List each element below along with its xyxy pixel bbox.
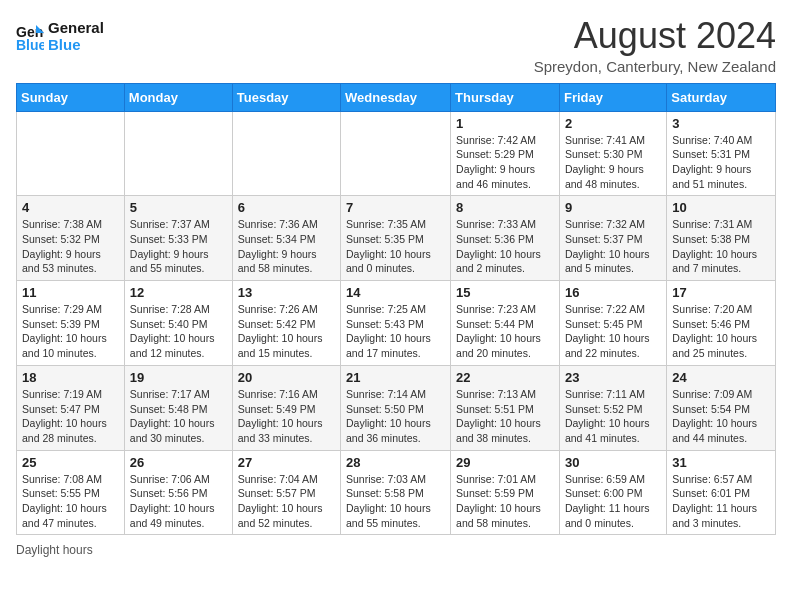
day-number: 21 bbox=[346, 370, 445, 385]
day-number: 27 bbox=[238, 455, 335, 470]
day-info: Sunrise: 7:11 AM Sunset: 5:52 PM Dayligh… bbox=[565, 387, 661, 446]
calendar-cell: 30Sunrise: 6:59 AM Sunset: 6:00 PM Dayli… bbox=[559, 450, 666, 535]
logo-blue: Blue bbox=[48, 37, 104, 54]
day-number: 15 bbox=[456, 285, 554, 300]
svg-text:Blue: Blue bbox=[16, 37, 44, 51]
page-title: August 2024 bbox=[534, 16, 776, 56]
day-info: Sunrise: 7:36 AM Sunset: 5:34 PM Dayligh… bbox=[238, 217, 335, 276]
calendar-week-row: 1Sunrise: 7:42 AM Sunset: 5:29 PM Daylig… bbox=[17, 111, 776, 196]
calendar-cell: 4Sunrise: 7:38 AM Sunset: 5:32 PM Daylig… bbox=[17, 196, 125, 281]
day-number: 26 bbox=[130, 455, 227, 470]
calendar-cell bbox=[341, 111, 451, 196]
calendar-cell bbox=[232, 111, 340, 196]
calendar-week-row: 18Sunrise: 7:19 AM Sunset: 5:47 PM Dayli… bbox=[17, 365, 776, 450]
day-info: Sunrise: 7:25 AM Sunset: 5:43 PM Dayligh… bbox=[346, 302, 445, 361]
day-info: Sunrise: 7:04 AM Sunset: 5:57 PM Dayligh… bbox=[238, 472, 335, 531]
calendar-table: SundayMondayTuesdayWednesdayThursdayFrid… bbox=[16, 83, 776, 536]
day-info: Sunrise: 7:37 AM Sunset: 5:33 PM Dayligh… bbox=[130, 217, 227, 276]
title-area: August 2024 Spreydon, Canterbury, New Ze… bbox=[534, 16, 776, 75]
day-number: 31 bbox=[672, 455, 770, 470]
day-info: Sunrise: 7:41 AM Sunset: 5:30 PM Dayligh… bbox=[565, 133, 661, 192]
day-number: 1 bbox=[456, 116, 554, 131]
day-number: 12 bbox=[130, 285, 227, 300]
day-info: Sunrise: 7:09 AM Sunset: 5:54 PM Dayligh… bbox=[672, 387, 770, 446]
day-info: Sunrise: 6:57 AM Sunset: 6:01 PM Dayligh… bbox=[672, 472, 770, 531]
logo-general: General bbox=[48, 20, 104, 37]
day-info: Sunrise: 7:32 AM Sunset: 5:37 PM Dayligh… bbox=[565, 217, 661, 276]
calendar-day-header: Wednesday bbox=[341, 83, 451, 111]
calendar-cell: 23Sunrise: 7:11 AM Sunset: 5:52 PM Dayli… bbox=[559, 365, 666, 450]
calendar-cell: 12Sunrise: 7:28 AM Sunset: 5:40 PM Dayli… bbox=[124, 281, 232, 366]
calendar-cell: 25Sunrise: 7:08 AM Sunset: 5:55 PM Dayli… bbox=[17, 450, 125, 535]
day-number: 11 bbox=[22, 285, 119, 300]
day-info: Sunrise: 7:08 AM Sunset: 5:55 PM Dayligh… bbox=[22, 472, 119, 531]
calendar-day-header: Tuesday bbox=[232, 83, 340, 111]
calendar-cell: 16Sunrise: 7:22 AM Sunset: 5:45 PM Dayli… bbox=[559, 281, 666, 366]
day-info: Sunrise: 7:38 AM Sunset: 5:32 PM Dayligh… bbox=[22, 217, 119, 276]
calendar-cell: 3Sunrise: 7:40 AM Sunset: 5:31 PM Daylig… bbox=[667, 111, 776, 196]
day-number: 24 bbox=[672, 370, 770, 385]
day-number: 28 bbox=[346, 455, 445, 470]
day-number: 4 bbox=[22, 200, 119, 215]
day-number: 18 bbox=[22, 370, 119, 385]
calendar-cell: 2Sunrise: 7:41 AM Sunset: 5:30 PM Daylig… bbox=[559, 111, 666, 196]
day-info: Sunrise: 7:31 AM Sunset: 5:38 PM Dayligh… bbox=[672, 217, 770, 276]
calendar-cell: 24Sunrise: 7:09 AM Sunset: 5:54 PM Dayli… bbox=[667, 365, 776, 450]
calendar-cell: 19Sunrise: 7:17 AM Sunset: 5:48 PM Dayli… bbox=[124, 365, 232, 450]
day-info: Sunrise: 7:14 AM Sunset: 5:50 PM Dayligh… bbox=[346, 387, 445, 446]
day-number: 9 bbox=[565, 200, 661, 215]
header: General Blue General Blue August 2024 Sp… bbox=[16, 16, 776, 75]
calendar-day-header: Monday bbox=[124, 83, 232, 111]
day-info: Sunrise: 7:42 AM Sunset: 5:29 PM Dayligh… bbox=[456, 133, 554, 192]
day-info: Sunrise: 7:22 AM Sunset: 5:45 PM Dayligh… bbox=[565, 302, 661, 361]
calendar-cell: 7Sunrise: 7:35 AM Sunset: 5:35 PM Daylig… bbox=[341, 196, 451, 281]
day-number: 13 bbox=[238, 285, 335, 300]
logo-icon: General Blue bbox=[16, 23, 44, 51]
day-number: 10 bbox=[672, 200, 770, 215]
day-info: Sunrise: 7:20 AM Sunset: 5:46 PM Dayligh… bbox=[672, 302, 770, 361]
day-number: 19 bbox=[130, 370, 227, 385]
day-number: 5 bbox=[130, 200, 227, 215]
day-info: Sunrise: 6:59 AM Sunset: 6:00 PM Dayligh… bbox=[565, 472, 661, 531]
calendar-cell: 13Sunrise: 7:26 AM Sunset: 5:42 PM Dayli… bbox=[232, 281, 340, 366]
calendar-day-header: Saturday bbox=[667, 83, 776, 111]
day-info: Sunrise: 7:26 AM Sunset: 5:42 PM Dayligh… bbox=[238, 302, 335, 361]
day-number: 3 bbox=[672, 116, 770, 131]
calendar-cell: 1Sunrise: 7:42 AM Sunset: 5:29 PM Daylig… bbox=[451, 111, 560, 196]
day-info: Sunrise: 7:13 AM Sunset: 5:51 PM Dayligh… bbox=[456, 387, 554, 446]
day-info: Sunrise: 7:06 AM Sunset: 5:56 PM Dayligh… bbox=[130, 472, 227, 531]
calendar-cell: 9Sunrise: 7:32 AM Sunset: 5:37 PM Daylig… bbox=[559, 196, 666, 281]
day-number: 7 bbox=[346, 200, 445, 215]
day-info: Sunrise: 7:01 AM Sunset: 5:59 PM Dayligh… bbox=[456, 472, 554, 531]
day-info: Sunrise: 7:28 AM Sunset: 5:40 PM Dayligh… bbox=[130, 302, 227, 361]
day-info: Sunrise: 7:16 AM Sunset: 5:49 PM Dayligh… bbox=[238, 387, 335, 446]
calendar-cell: 18Sunrise: 7:19 AM Sunset: 5:47 PM Dayli… bbox=[17, 365, 125, 450]
calendar-cell: 29Sunrise: 7:01 AM Sunset: 5:59 PM Dayli… bbox=[451, 450, 560, 535]
calendar-cell: 10Sunrise: 7:31 AM Sunset: 5:38 PM Dayli… bbox=[667, 196, 776, 281]
day-info: Sunrise: 7:29 AM Sunset: 5:39 PM Dayligh… bbox=[22, 302, 119, 361]
day-number: 14 bbox=[346, 285, 445, 300]
day-info: Sunrise: 7:33 AM Sunset: 5:36 PM Dayligh… bbox=[456, 217, 554, 276]
calendar-cell: 11Sunrise: 7:29 AM Sunset: 5:39 PM Dayli… bbox=[17, 281, 125, 366]
day-number: 30 bbox=[565, 455, 661, 470]
calendar-week-row: 25Sunrise: 7:08 AM Sunset: 5:55 PM Dayli… bbox=[17, 450, 776, 535]
calendar-cell: 8Sunrise: 7:33 AM Sunset: 5:36 PM Daylig… bbox=[451, 196, 560, 281]
day-number: 16 bbox=[565, 285, 661, 300]
page-subtitle: Spreydon, Canterbury, New Zealand bbox=[534, 58, 776, 75]
calendar-week-row: 11Sunrise: 7:29 AM Sunset: 5:39 PM Dayli… bbox=[17, 281, 776, 366]
calendar-cell bbox=[17, 111, 125, 196]
calendar-cell: 17Sunrise: 7:20 AM Sunset: 5:46 PM Dayli… bbox=[667, 281, 776, 366]
calendar-cell: 5Sunrise: 7:37 AM Sunset: 5:33 PM Daylig… bbox=[124, 196, 232, 281]
calendar-cell: 26Sunrise: 7:06 AM Sunset: 5:56 PM Dayli… bbox=[124, 450, 232, 535]
calendar-cell: 28Sunrise: 7:03 AM Sunset: 5:58 PM Dayli… bbox=[341, 450, 451, 535]
day-number: 22 bbox=[456, 370, 554, 385]
day-info: Sunrise: 7:03 AM Sunset: 5:58 PM Dayligh… bbox=[346, 472, 445, 531]
day-number: 25 bbox=[22, 455, 119, 470]
calendar-cell: 6Sunrise: 7:36 AM Sunset: 5:34 PM Daylig… bbox=[232, 196, 340, 281]
day-number: 20 bbox=[238, 370, 335, 385]
day-number: 2 bbox=[565, 116, 661, 131]
calendar-cell: 27Sunrise: 7:04 AM Sunset: 5:57 PM Dayli… bbox=[232, 450, 340, 535]
day-number: 17 bbox=[672, 285, 770, 300]
calendar-day-header: Friday bbox=[559, 83, 666, 111]
calendar-cell bbox=[124, 111, 232, 196]
